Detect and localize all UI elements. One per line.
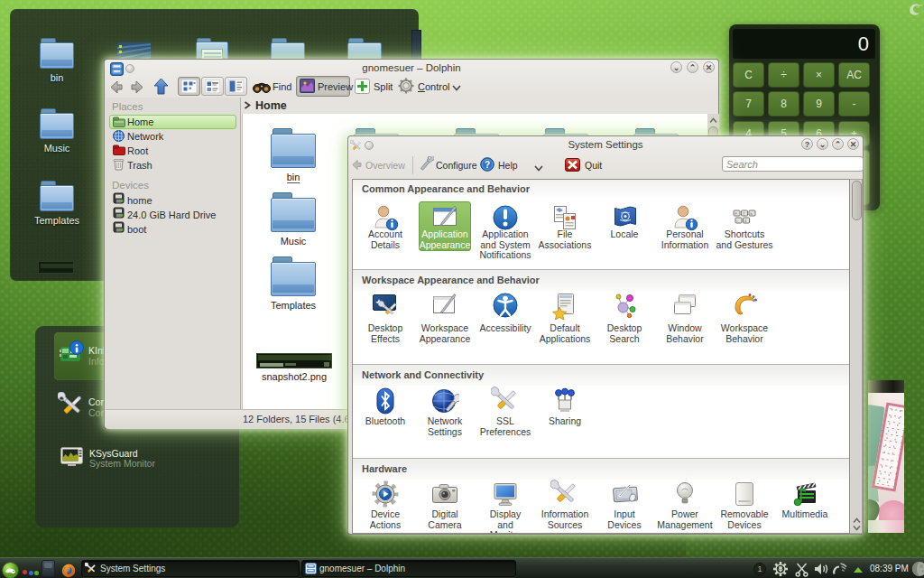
svg-text:?: ?: [485, 160, 490, 170]
svg-text:i: i: [737, 219, 738, 223]
